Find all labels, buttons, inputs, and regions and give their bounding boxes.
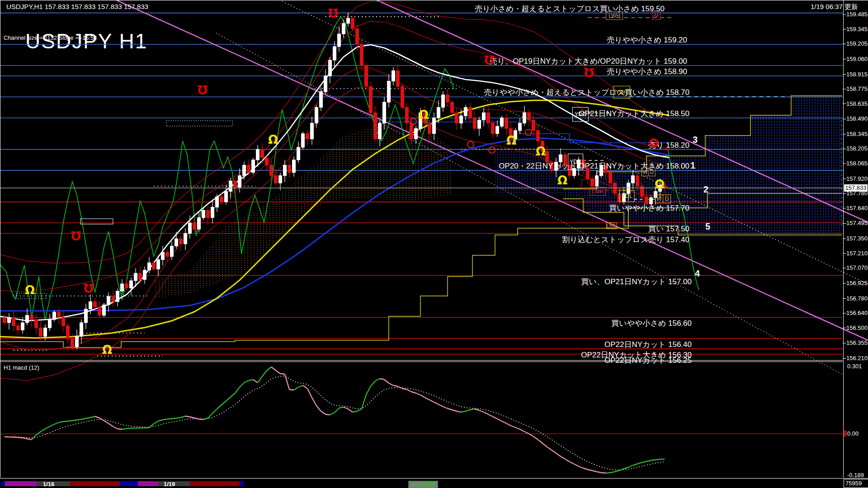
macd-line [190,417,194,418]
macd-line [570,462,574,464]
candle-body [3,317,6,323]
macd-line [226,397,231,401]
candle-body [496,127,499,134]
macd-line [167,419,172,419]
candle-body [406,108,409,123]
candle-body [315,108,318,123]
candle-body [216,197,219,207]
macd-line [520,429,524,432]
candle-body [8,317,11,323]
mt4-chart-window: USDJPY H1 USDJPY,H1 157.833 157.833 157.… [0,0,868,488]
candle-body [609,173,612,183]
macd-line [203,418,208,420]
macd-line [240,383,244,387]
candle-body [80,323,83,336]
macd-signal-line [5,376,665,470]
macd-line [542,443,547,447]
candle-body [179,239,183,244]
macd-line [380,379,384,380]
candle-body [604,165,608,173]
macd-line [533,436,538,440]
macd-line [289,389,294,390]
candle-body [211,207,214,217]
macd-line [59,422,63,422]
macd-line [656,460,660,460]
macd-line [402,389,407,389]
candle-body [442,95,445,108]
macd-line [118,429,122,429]
macd-line [36,432,41,435]
macd-line [524,432,529,434]
macd-line [326,414,330,415]
macd-line [23,438,27,439]
candle-body [455,113,458,123]
macd-line [276,371,280,374]
macd-line [592,471,597,472]
macd-line [81,418,86,419]
candle-body [112,296,115,302]
candle-body [270,165,273,176]
macd-line [181,416,185,418]
macd-line [54,422,59,424]
macd-line [547,447,552,450]
macd-line [285,374,289,389]
candle-body [274,176,278,183]
candle-body [243,165,246,176]
macd-line [271,367,276,371]
candle-body [288,165,291,173]
candle-body [546,151,549,162]
candle-body [451,102,454,113]
macd-line [425,398,429,400]
candle-body [378,123,382,139]
macd-line [321,411,326,414]
candle-body [297,147,300,160]
candle-body [623,193,626,202]
candle-body [12,317,15,326]
macd-line [18,437,23,438]
macd-line [330,413,335,415]
macd-line [371,381,375,386]
macd-line [452,410,457,411]
macd-line [145,428,149,428]
macd-line [86,418,90,418]
macd-line [217,405,222,409]
candle-body [500,118,504,127]
macd-line [515,427,520,429]
macd-line [529,434,533,436]
candle-body [30,315,33,319]
candle-body [170,246,174,256]
candle-body [663,185,666,188]
macd-line [253,380,258,383]
macd-line [466,410,470,411]
macd-line [375,379,380,381]
candle-body [564,155,567,165]
candle-body [374,113,377,139]
candle-body [347,18,350,23]
macd-line [199,419,203,420]
candle-body [428,123,431,134]
macd-toggle-button[interactable]: macd ON [408,481,438,488]
macd-line [32,435,36,440]
candle-body [189,223,192,233]
candle-body [252,160,255,173]
candle-body [473,118,476,128]
candle-body [225,192,228,202]
macd-line [434,402,439,404]
candle-body [410,123,413,139]
candle-body [645,197,648,204]
candle-body [107,296,110,305]
candle-body [139,273,142,280]
candle-body [528,113,531,120]
candle-body [85,309,88,323]
candle-body [207,210,210,217]
macd-line [583,468,588,469]
macd-line [244,380,249,383]
macd-line [588,469,592,471]
macd-line [298,385,303,387]
candle-body [396,70,400,86]
candle-body [505,118,508,128]
chart-canvas[interactable] [0,0,868,488]
macd-line [506,423,511,426]
macd-line [68,421,72,421]
candle-body [519,123,522,131]
